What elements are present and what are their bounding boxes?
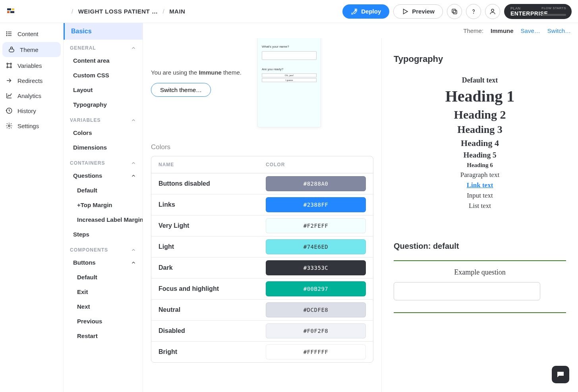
chat-widget[interactable]	[552, 366, 569, 383]
color-row[interactable]: Very Light #F2FEFF	[151, 215, 373, 236]
typo-input: Input text	[394, 192, 566, 200]
help-button[interactable]	[466, 4, 481, 19]
typo-h6: Heading 6	[394, 162, 566, 169]
subnav-typography[interactable]: Typography	[64, 97, 143, 112]
typo-default: Default text	[394, 76, 566, 85]
subnav-content-area[interactable]: Content area	[64, 53, 143, 68]
subnav-section-containers[interactable]: CONTAINERS	[64, 155, 143, 168]
preview-button[interactable]: Preview	[393, 4, 443, 19]
chart-icon	[6, 92, 13, 99]
plan-pill[interactable]: PLAN ENTERPRISE FLOW STARTS	[504, 4, 572, 19]
color-row[interactable]: Neutral #DCDFE8	[151, 300, 373, 321]
typo-h3: Heading 3	[394, 124, 566, 136]
color-row[interactable]: Focus and highlight #00B297	[151, 279, 373, 300]
svg-point-8	[474, 13, 474, 13]
color-swatch[interactable]: #74E6ED	[266, 239, 366, 254]
color-row[interactable]: Disabled #F0F2F8	[151, 321, 373, 342]
account-button[interactable]	[485, 4, 500, 19]
breadcrumb: / WEIGHT LOSS PATIENT … / MAIN	[72, 8, 185, 15]
copy-button[interactable]	[447, 4, 462, 19]
nav-label: Analytics	[17, 92, 41, 99]
color-name: Disabled	[159, 327, 266, 334]
color-swatch[interactable]: #00B297	[266, 281, 366, 296]
chat-icon	[556, 370, 565, 379]
preview-button: Oh, yes!	[262, 73, 317, 77]
subnav-buttons-exit[interactable]: Exit	[64, 284, 143, 299]
app-logo[interactable]	[6, 7, 16, 16]
color-swatch[interactable]: #2388FF	[266, 197, 366, 212]
typo-h5: Heading 5	[394, 151, 566, 159]
top-bar: / WEIGHT LOSS PATIENT … / MAIN Deploy Pr…	[0, 0, 578, 23]
color-swatch[interactable]: #F0F2F8	[266, 323, 366, 338]
subnav-buttons-default[interactable]: Default	[64, 270, 143, 284]
nav-label: History	[17, 108, 36, 114]
color-swatch[interactable]: #FFFFFF	[266, 344, 366, 359]
right-column: Typography Default text Heading 1 Headin…	[381, 38, 578, 392]
subnav-dimensions[interactable]: Dimensions	[64, 140, 143, 155]
col-color-header: COLOR	[266, 162, 285, 167]
nav-theme[interactable]: Theme	[2, 42, 61, 57]
color-row[interactable]: Links #2388FF	[151, 194, 373, 215]
subnav-section-variables[interactable]: VARIABLES	[64, 112, 143, 125]
color-swatch[interactable]: #8288A0	[266, 176, 366, 191]
nav-redirects[interactable]: Redirects	[0, 73, 63, 88]
nav-content[interactable]: Content	[0, 26, 63, 41]
subnav-section-components[interactable]: COMPONENTS	[64, 242, 143, 255]
user-icon	[489, 8, 496, 15]
subnav-buttons-restart[interactable]: Restart	[64, 329, 143, 343]
nav-variables[interactable]: Variables	[0, 58, 63, 73]
typo-h1: Heading 1	[394, 87, 566, 106]
color-swatch[interactable]: #DCDFE8	[266, 302, 366, 317]
subnav-questions[interactable]: Questions	[64, 168, 143, 183]
svg-point-9	[491, 9, 494, 12]
chevron-up-icon	[131, 45, 136, 51]
preview-text: Are you ready?	[262, 67, 317, 71]
chevron-up-icon	[131, 117, 136, 123]
question-label: Example question	[394, 268, 566, 277]
color-swatch[interactable]: #F2FEFF	[266, 218, 366, 233]
subnav-questions-labelmargin[interactable]: Increased Label Margin	[64, 212, 143, 227]
nav-history[interactable]: History	[0, 103, 63, 118]
subnav-steps[interactable]: Steps	[64, 227, 143, 242]
theme-name: Immune	[491, 27, 514, 34]
theme-switch[interactable]: Switch…	[547, 27, 571, 34]
breadcrumb-project[interactable]: WEIGHT LOSS PATIENT …	[78, 8, 158, 15]
subnav-section-general[interactable]: GENERAL	[64, 40, 143, 53]
nav-analytics[interactable]: Analytics	[0, 88, 63, 103]
subnav-layout[interactable]: Layout	[64, 83, 143, 97]
svg-rect-1	[12, 8, 14, 10]
typography-heading: Typography	[394, 54, 566, 64]
nav-settings[interactable]: Settings	[0, 118, 63, 133]
subnav-custom-css[interactable]: Custom CSS	[64, 68, 143, 83]
main-area: Theme: Immune Save… Switch… You are usin…	[143, 23, 578, 392]
nav-label: Content	[17, 31, 39, 37]
subnav-buttons-previous[interactable]: Previous	[64, 314, 143, 329]
typo-h2: Heading 2	[394, 108, 566, 121]
svg-point-15	[6, 35, 7, 36]
subnav-colors[interactable]: Colors	[64, 125, 143, 140]
color-row[interactable]: Light #74E6ED	[151, 236, 373, 257]
color-row[interactable]: Bright #FFFFFF	[151, 342, 373, 362]
redirect-icon	[6, 77, 13, 84]
color-row[interactable]: Buttons disabled #8288A0	[151, 173, 373, 194]
color-row[interactable]: Dark #33353C	[151, 257, 373, 279]
subnav-questions-default[interactable]: Default	[64, 183, 143, 198]
subnav-basics[interactable]: Basics	[64, 23, 143, 40]
deploy-button[interactable]: Deploy	[342, 4, 389, 19]
sub-item-label: Questions	[73, 172, 102, 179]
question-input[interactable]	[394, 282, 540, 300]
typo-link[interactable]: Link text	[394, 181, 566, 189]
svg-point-14	[6, 33, 7, 34]
preview-label: Preview	[412, 8, 435, 15]
breadcrumb-branch[interactable]: MAIN	[169, 8, 185, 15]
color-swatch[interactable]: #33353C	[266, 260, 366, 275]
theme-save[interactable]: Save…	[521, 27, 540, 34]
intro-text: You are using the Immune theme.	[151, 69, 242, 76]
variables-icon	[6, 62, 13, 69]
subnav-buttons-next[interactable]: Next	[64, 299, 143, 314]
color-name: Dark	[159, 264, 266, 271]
section-label: GENERAL	[70, 45, 96, 51]
subnav-buttons[interactable]: Buttons	[64, 255, 143, 270]
switch-theme-button[interactable]: Switch theme…	[151, 83, 211, 97]
subnav-questions-topmargin[interactable]: +Top Margin	[64, 198, 143, 212]
